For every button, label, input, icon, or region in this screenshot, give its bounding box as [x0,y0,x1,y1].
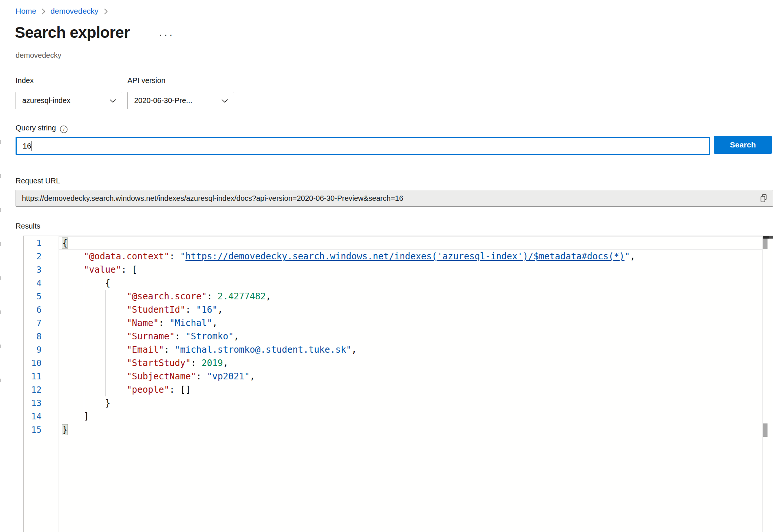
request-url-field[interactable]: https://demovedecky.search.windows.net/i… [16,190,773,207]
overview-ruler-mark [763,423,768,437]
code-line: "Email": "michal.stromko@.student.tuke.s… [24,343,762,356]
query-input-value: 16 [23,142,31,150]
chevron-down-icon [109,96,116,105]
breadcrumb-chevron-icon [41,8,46,15]
code-line: "@search.score": 2.4277482, [24,290,762,303]
code-line: } [24,423,762,436]
code-line: ] [24,410,762,423]
breadcrumb: Home demovedecky [16,7,108,16]
info-icon[interactable]: i [59,125,68,134]
scrollbar-thumb[interactable] [763,239,768,249]
copy-icon[interactable] [759,193,768,203]
api-version-select-value: 2020-06-30-Pre... [134,96,192,105]
breadcrumb-link-home[interactable]: Home [16,7,36,16]
index-select[interactable]: azuresql-index [16,92,122,109]
code-line: "@odata.context": "https://demovedecky.s… [24,250,762,263]
page-subtitle: demovedecky [16,51,61,60]
chevron-down-icon [221,96,228,105]
api-version-select[interactable]: 2020-06-30-Pre... [127,92,234,109]
results-editor[interactable]: 123456789101112131415 { "@odata.context"… [23,236,773,532]
code-line: "people": [] [24,383,762,396]
index-select-value: azuresql-index [22,96,70,105]
index-label: Index [16,76,34,85]
svg-text:i: i [63,127,64,132]
code-area: { "@odata.context": "https://demovedecky… [24,236,762,436]
code-line: "value": [ [24,263,762,276]
breadcrumb-chevron-icon [103,8,108,15]
more-menu-button[interactable]: ··· [159,29,174,40]
search-button[interactable]: Search [714,136,772,154]
scrollbar-rail [762,236,773,532]
request-url-value: https://demovedecky.search.windows.net/i… [22,194,759,203]
left-edge-artifact [0,140,1,399]
overview-cursor-mark [763,236,773,239]
query-input[interactable]: 16 [16,137,710,155]
query-string-label: Query string [16,124,56,132]
results-label: Results [16,222,40,230]
code-line: "Surname": "Stromko", [24,330,762,343]
request-url-label: Request URL [16,177,60,185]
code-line: { [24,276,762,290]
code-line: } [24,396,762,410]
code-line: "SubjectName": "vp2021", [24,370,762,383]
code-line: "StudentId": "16", [24,303,762,316]
api-version-label: API version [127,76,165,85]
text-caret [32,141,32,151]
page-title: Search explorer [15,24,130,41]
code-line: "StartStudy": 2019, [24,356,762,370]
breadcrumb-link-demovedecky[interactable]: demovedecky [50,7,99,16]
code-line: { [24,236,762,250]
code-line: "Name": "Michal", [24,316,762,330]
